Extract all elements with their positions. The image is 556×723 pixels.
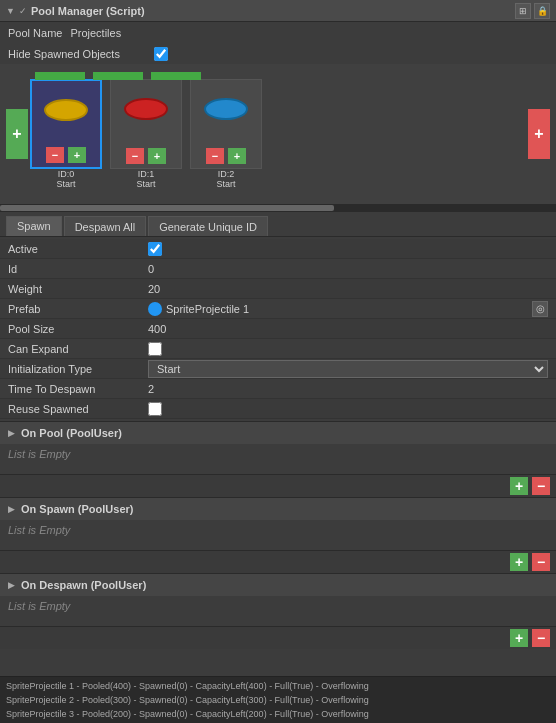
title-bar-left: ▼ ✓ Pool Manager (Script) <box>6 5 145 17</box>
on-spawn-remove-btn[interactable]: − <box>532 553 550 571</box>
hide-spawned-label: Hide Spawned Objects <box>8 48 148 60</box>
on-pool-header[interactable]: ▶ On Pool (PoolUser) <box>0 422 556 444</box>
prop-reusespawned-label: Reuse Spawned <box>8 403 148 415</box>
green-bar-2 <box>93 72 143 80</box>
pool-item-add-1[interactable]: + <box>148 148 166 164</box>
pool-item-remove-1[interactable]: − <box>126 148 144 164</box>
prop-prefab-text: SpriteProjectile 1 <box>166 303 249 315</box>
carousel-scrollbar[interactable] <box>0 204 556 212</box>
on-pool-chevron: ▶ <box>8 428 15 438</box>
ellipse-red <box>124 98 168 120</box>
ellipse-yellow <box>44 99 88 121</box>
prop-inittype-select[interactable]: Start Awake Manual <box>148 360 548 378</box>
prop-prefab-select-btn[interactable]: ◎ <box>532 301 548 317</box>
prop-poolsize-value: 400 <box>148 323 548 335</box>
tab-generate-id[interactable]: Generate Unique ID <box>148 216 268 236</box>
carousel-scroll: − + ID:0 Start − + ID:1 Start <box>30 69 262 199</box>
on-despawn-title: On Despawn (PoolUser) <box>21 579 146 591</box>
on-despawn-section: ▶ On Despawn (PoolUser) List is Empty + … <box>0 573 556 649</box>
prop-reusespawned-row: Reuse Spawned <box>0 399 556 419</box>
status-line-2: SpriteProjectile 2 - Pooled(300) - Spawn… <box>6 693 550 707</box>
pool-item-sprite-0 <box>41 85 91 135</box>
tab-spawn[interactable]: Spawn <box>6 216 62 236</box>
hide-spawned-checkbox[interactable] <box>154 47 168 61</box>
on-despawn-chevron: ▶ <box>8 580 15 590</box>
on-despawn-empty: List is Empty <box>8 600 70 612</box>
window-title: Pool Manager (Script) <box>31 5 145 17</box>
pool-item-remove-2[interactable]: − <box>206 148 224 164</box>
prop-canexpand-checkbox[interactable] <box>148 342 162 356</box>
pool-item-1[interactable]: − + ID:1 Start <box>110 79 182 189</box>
status-bar: SpriteProjectile 1 - Pooled(400) - Spawn… <box>0 676 556 723</box>
pool-name-value: Projectiles <box>70 27 121 39</box>
on-spawn-add-btn[interactable]: + <box>510 553 528 571</box>
prop-reusespawned-checkbox[interactable] <box>148 402 162 416</box>
on-spawn-empty: List is Empty <box>8 524 70 536</box>
on-spawn-section: ▶ On Spawn (PoolUser) List is Empty + − <box>0 497 556 573</box>
pool-item-card-2[interactable]: − + <box>190 79 262 169</box>
pool-item-sprite-1 <box>121 84 171 134</box>
pool-name-row: Pool Name Projectiles <box>0 22 556 44</box>
prop-id-label: Id <box>8 263 148 275</box>
pool-item-id-0: ID:0 <box>58 169 75 179</box>
carousel-left-add[interactable]: + <box>6 109 28 159</box>
pool-item-start-2: Start <box>216 179 235 189</box>
tab-despawn-all[interactable]: Despawn All <box>64 216 147 236</box>
pool-item-sprite-2 <box>201 84 251 134</box>
prop-timetodespawn-value: 2 <box>148 383 548 395</box>
on-pool-remove-btn[interactable]: − <box>532 477 550 495</box>
title-bar: ▼ ✓ Pool Manager (Script) ⊞ 🔒 <box>0 0 556 22</box>
prop-inittype-label: Initialization Type <box>8 363 148 375</box>
prop-weight-value: 20 <box>148 283 548 295</box>
prop-timetodespawn-label: Time To Despawn <box>8 383 148 395</box>
on-despawn-footer: + − <box>0 626 556 649</box>
prop-active-checkbox[interactable] <box>148 242 162 256</box>
prefab-icon <box>148 302 162 316</box>
status-line-1: SpriteProjectile 1 - Pooled(400) - Spawn… <box>6 679 550 693</box>
carousel-right-add[interactable]: + <box>528 109 550 159</box>
pool-item-remove-0[interactable]: − <box>46 147 64 163</box>
pool-item-0[interactable]: − + ID:0 Start <box>30 79 102 189</box>
pool-item-card-0[interactable]: − + <box>30 79 102 169</box>
hide-spawned-row: Hide Spawned Objects <box>0 44 556 64</box>
prop-id-value: 0 <box>148 263 548 275</box>
pool-item-2[interactable]: − + ID:2 Start <box>190 79 262 189</box>
on-spawn-header[interactable]: ▶ On Spawn (PoolUser) <box>0 498 556 520</box>
on-despawn-add-btn[interactable]: + <box>510 629 528 647</box>
pool-item-add-0[interactable]: + <box>68 147 86 163</box>
prop-poolsize-label: Pool Size <box>8 323 148 335</box>
pool-item-start-0: Start <box>56 179 75 189</box>
pool-item-add-2[interactable]: + <box>228 148 246 164</box>
on-spawn-chevron: ▶ <box>8 504 15 514</box>
grid-icon-btn[interactable]: ⊞ <box>515 3 531 19</box>
on-pool-content: List is Empty <box>0 444 556 474</box>
on-despawn-header[interactable]: ▶ On Despawn (PoolUser) <box>0 574 556 596</box>
on-despawn-remove-btn[interactable]: − <box>532 629 550 647</box>
pool-item-controls-2: − + <box>206 148 246 164</box>
toggle-icon: ✓ <box>19 6 27 16</box>
prop-prefab-row: Prefab SpriteProjectile 1 ◎ <box>0 299 556 319</box>
pool-name-label: Pool Name <box>8 27 62 39</box>
properties-section: Active Id 0 Weight 20 Prefab SpriteProje… <box>0 237 556 421</box>
pool-item-id-1: ID:1 <box>138 169 155 179</box>
prop-canexpand-row: Can Expand <box>0 339 556 359</box>
arrow-icon: ▼ <box>6 6 15 16</box>
tab-bar: Spawn Despawn All Generate Unique ID <box>0 212 556 237</box>
prop-poolsize-row: Pool Size 400 <box>0 319 556 339</box>
on-pool-add-btn[interactable]: + <box>510 477 528 495</box>
prop-id-row: Id 0 <box>0 259 556 279</box>
on-pool-footer: + − <box>0 474 556 497</box>
pool-carousel: + − + ID:0 Start − <box>0 64 556 204</box>
lock-icon-btn[interactable]: 🔒 <box>534 3 550 19</box>
prop-canexpand-label: Can Expand <box>8 343 148 355</box>
pool-item-controls-0: − + <box>46 147 86 163</box>
carousel-scrollbar-thumb <box>0 205 334 211</box>
prop-prefab-field: SpriteProjectile 1 ◎ <box>148 301 548 317</box>
pool-item-id-2: ID:2 <box>218 169 235 179</box>
on-spawn-footer: + − <box>0 550 556 573</box>
on-spawn-title: On Spawn (PoolUser) <box>21 503 133 515</box>
on-pool-empty: List is Empty <box>8 448 70 460</box>
prop-prefab-label: Prefab <box>8 303 148 315</box>
pool-item-card-1[interactable]: − + <box>110 79 182 169</box>
prop-weight-row: Weight 20 <box>0 279 556 299</box>
